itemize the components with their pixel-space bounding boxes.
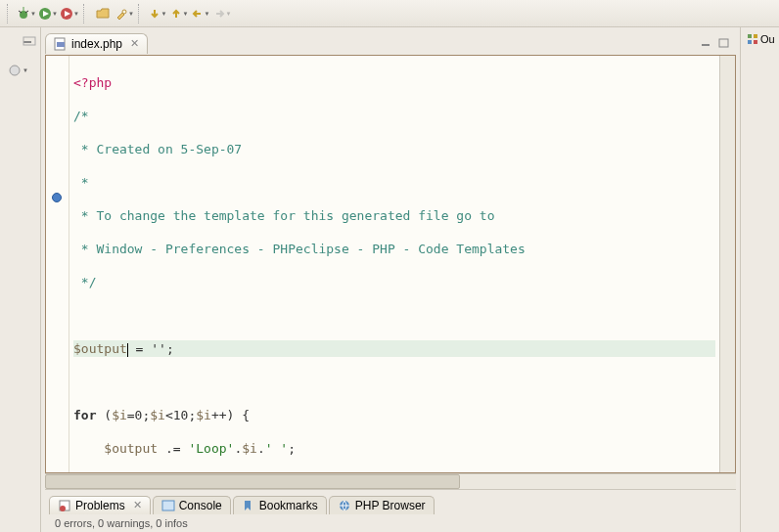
prev-annotation-button[interactable]: ▼ — [169, 4, 189, 23]
scrollbar-thumb[interactable] — [45, 474, 460, 489]
code-token: <?php — [73, 75, 112, 90]
code-token: for — [73, 408, 96, 422]
code-token: . — [257, 441, 265, 456]
horizontal-scrollbar[interactable] — [45, 473, 736, 489]
minimize-editor-button[interactable] — [699, 36, 714, 50]
minimize-left-button[interactable] — [0, 31, 40, 51]
code-token: $i — [112, 408, 127, 422]
next-annotation-button[interactable]: ▼ — [148, 4, 167, 23]
code-token: * Window - Preferences - PHPeclipse - PH… — [73, 242, 526, 256]
toolbar-separator — [138, 4, 144, 23]
tab-label: PHP Browser — [355, 499, 426, 512]
code-token: ++) { — [211, 408, 250, 422]
svg-rect-23 — [754, 40, 757, 44]
tab-php-browser[interactable]: PHP Browser — [329, 496, 435, 514]
tab-bookmarks[interactable]: Bookmarks — [233, 496, 327, 514]
dropdown-arrow-icon: ▼ — [52, 11, 58, 17]
forward-arrow-icon — [213, 8, 225, 20]
tab-label: Bookmarks — [259, 499, 318, 512]
editor-region: index.php ✕ <?php /* * Created on 5-Sep-… — [41, 27, 740, 532]
back-button[interactable]: ▼ — [191, 4, 210, 23]
editor-tab-index-php[interactable]: index.php ✕ — [45, 33, 148, 54]
dropdown-arrow-icon: ▼ — [183, 11, 189, 17]
svg-rect-20 — [748, 34, 752, 38]
tab-label: Console — [179, 499, 222, 512]
problems-icon — [58, 499, 71, 512]
folder-icon — [96, 7, 110, 21]
php-file-icon — [54, 37, 68, 51]
ext-run-icon — [60, 7, 72, 21]
code-token: * Created on 5-Sep-07 — [73, 142, 242, 156]
code-token: $i — [150, 408, 165, 422]
code-token: ' ' — [265, 441, 288, 456]
ext-run-button[interactable]: ▼ — [60, 4, 79, 23]
right-panel: Ou — [740, 27, 779, 532]
tab-label: Problems — [75, 499, 125, 512]
code-area[interactable]: <?php /* * Created on 5-Sep-07 * * To ch… — [69, 56, 719, 472]
code-token — [73, 441, 104, 456]
minimize-icon — [701, 38, 712, 48]
svg-rect-14 — [702, 44, 710, 46]
editor-frame: <?php /* * Created on 5-Sep-07 * * To ch… — [45, 55, 736, 473]
up-arrow-icon — [170, 8, 182, 20]
dropdown-arrow-icon: ▼ — [73, 11, 79, 17]
dropdown-arrow-icon: ▼ — [205, 11, 210, 17]
vertical-scrollbar[interactable] — [719, 56, 735, 472]
outline-stub-icon — [8, 64, 22, 77]
main-toolbar: ▼ ▼ ▼ ▼ ▼ ▼ ▼ ▼ — [0, 0, 779, 27]
current-line: $output = ''; — [73, 340, 715, 357]
svg-rect-13 — [57, 42, 65, 47]
code-token: */ — [73, 275, 96, 289]
code-token: ; — [288, 441, 296, 456]
toolbar-separator — [7, 4, 13, 23]
forward-button[interactable]: ▼ — [212, 4, 232, 23]
breakpoint-marker[interactable] — [52, 193, 62, 202]
editor-gutter[interactable] — [46, 56, 69, 472]
code-token: $output — [104, 441, 158, 456]
svg-rect-18 — [162, 501, 174, 510]
svg-rect-15 — [719, 39, 728, 47]
svg-point-17 — [60, 506, 66, 511]
tab-console[interactable]: Console — [153, 496, 231, 514]
close-tab-button[interactable]: ✕ — [133, 499, 142, 511]
left-panel: ▼ — [0, 27, 41, 532]
outline-label: Ou — [760, 33, 775, 45]
code-token: $i — [242, 441, 257, 456]
maximize-icon — [718, 38, 730, 48]
maximize-editor-button[interactable] — [716, 36, 732, 50]
console-icon — [161, 499, 175, 512]
dropdown-arrow-icon: ▼ — [161, 11, 167, 17]
tab-problems[interactable]: Problems ✕ — [49, 496, 151, 514]
problems-status: 0 errors, 0 warnings, 0 infos — [49, 515, 732, 531]
code-token: =0; — [127, 408, 150, 422]
left-view-icon[interactable]: ▼ — [0, 61, 40, 80]
search-button[interactable]: ▼ — [115, 4, 134, 23]
code-token: $output — [73, 341, 127, 356]
back-arrow-icon — [192, 8, 204, 20]
editor-tab-controls — [699, 36, 736, 50]
code-token: * — [73, 175, 89, 190]
code-token: * To change the template for this genera… — [73, 208, 494, 223]
svg-rect-22 — [748, 40, 752, 44]
dropdown-arrow-icon: ▼ — [23, 67, 28, 73]
code-token: .= — [158, 441, 188, 456]
outline-view-stub[interactable]: Ou — [741, 33, 779, 45]
code-token: 'Loop' — [188, 441, 234, 456]
debug-button[interactable]: ▼ — [17, 4, 36, 23]
code-token: = ''; — [128, 341, 174, 356]
dropdown-arrow-icon: ▼ — [30, 11, 36, 17]
outline-icon — [747, 33, 758, 45]
svg-point-11 — [10, 66, 20, 75]
bug-icon — [17, 7, 29, 21]
down-arrow-icon — [149, 8, 160, 20]
close-tab-button[interactable]: ✕ — [130, 37, 139, 50]
globe-icon — [338, 499, 351, 512]
bottom-tab-strip: Problems ✕ Console Bookmarks PHP Browser — [49, 494, 732, 515]
bookmarks-icon — [242, 499, 255, 512]
main-area: ▼ index.php ✕ <?php /* * Created on 5-Se… — [0, 27, 779, 532]
toolbar-separator — [83, 4, 89, 23]
run-button[interactable]: ▼ — [38, 4, 58, 23]
editor-tab-label: index.php — [71, 37, 122, 51]
open-button[interactable] — [93, 4, 113, 23]
bottom-views: Problems ✕ Console Bookmarks PHP Browser… — [45, 489, 736, 528]
